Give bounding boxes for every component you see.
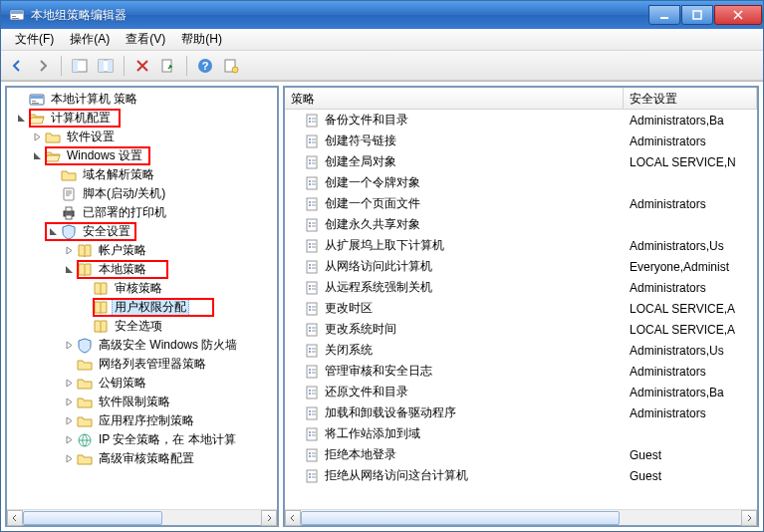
- list-item[interactable]: 关闭系统Administrators,Us: [285, 340, 757, 361]
- collapse-icon[interactable]: [63, 264, 75, 276]
- tree-item-windows_settings[interactable]: Windows 设置: [7, 146, 277, 165]
- list-item[interactable]: 创建全局对象LOCAL SERVICE,N: [285, 151, 757, 172]
- scroll-right-button[interactable]: [261, 510, 277, 526]
- menu-file[interactable]: 文件(F): [7, 29, 62, 50]
- export-list-button[interactable]: [156, 54, 180, 78]
- maximize-button[interactable]: [681, 5, 713, 25]
- list-item[interactable]: 拒绝本地登录Guest: [285, 444, 757, 465]
- policy-name: 创建符号链接: [325, 133, 396, 149]
- list-item[interactable]: 从远程系统强制关机Administrators: [285, 277, 757, 298]
- column-header-security[interactable]: 安全设置: [624, 88, 757, 109]
- minimize-button[interactable]: [648, 5, 680, 25]
- tree-item-network_list[interactable]: 网络列表管理器策略: [7, 355, 277, 374]
- tree-item-scripts[interactable]: 脚本(启动/关机): [7, 184, 277, 203]
- list-hscrollbar[interactable]: [285, 509, 757, 525]
- collapse-icon[interactable]: [31, 150, 43, 162]
- list-item[interactable]: 加载和卸载设备驱动程序Administrators: [285, 402, 757, 423]
- tree-item-security_options[interactable]: 安全选项: [7, 317, 277, 336]
- policy-name: 加载和卸载设备驱动程序: [325, 404, 456, 421]
- policy-name: 从扩展坞上取下计算机: [325, 237, 444, 254]
- tree-item-account_policies[interactable]: 帐户策略: [7, 241, 277, 260]
- menu-view[interactable]: 查看(V): [118, 29, 173, 50]
- list-header: 策略 安全设置: [285, 88, 757, 110]
- properties-button[interactable]: [219, 54, 243, 78]
- expand-icon[interactable]: [63, 378, 75, 390]
- list-item[interactable]: 将工作站添加到域: [285, 423, 757, 444]
- policy-icon: [305, 217, 321, 233]
- list-item[interactable]: 更改系统时间LOCAL SERVICE,A: [285, 319, 757, 340]
- tree-item-security_settings[interactable]: 安全设置: [7, 222, 277, 241]
- back-button[interactable]: [5, 54, 29, 78]
- expand-icon[interactable]: [63, 340, 75, 352]
- tree-item-audit_policy[interactable]: 审核策略: [7, 279, 277, 298]
- scroll-thumb[interactable]: [23, 511, 162, 525]
- tree-item-user_rights[interactable]: 用户权限分配: [7, 298, 277, 317]
- help-button[interactable]: [193, 54, 217, 78]
- expand-spacer: [63, 359, 75, 371]
- tree-item-software_restriction[interactable]: 软件限制策略: [7, 393, 277, 411]
- list-body[interactable]: 备份文件和目录Administrators,Ba创建符号链接Administra…: [285, 110, 757, 509]
- tree-item-dns_policy[interactable]: 域名解析策略: [7, 165, 277, 184]
- list-item[interactable]: 备份文件和目录Administrators,Ba: [285, 110, 757, 131]
- tree-item-advanced_audit[interactable]: 高级审核策略配置: [7, 449, 277, 468]
- show-hide-action-pane-button[interactable]: [94, 54, 118, 78]
- collapse-icon[interactable]: [47, 226, 59, 238]
- delete-button[interactable]: [130, 54, 154, 78]
- list-item[interactable]: 更改时区LOCAL SERVICE,A: [285, 298, 757, 319]
- scroll-left-button[interactable]: [285, 510, 301, 526]
- shield-icon: [61, 224, 77, 240]
- mmc-icon: [29, 92, 45, 108]
- book-icon: [77, 243, 93, 259]
- separator: [186, 56, 187, 76]
- list-item[interactable]: 还原文件和目录Administrators,Ba: [285, 382, 757, 402]
- scroll-track[interactable]: [301, 510, 741, 526]
- close-button[interactable]: [714, 5, 762, 25]
- list-item[interactable]: 拒绝从网络访问这台计算机Guest: [285, 465, 757, 486]
- scroll-thumb[interactable]: [301, 511, 620, 525]
- expand-icon[interactable]: [63, 434, 75, 446]
- expand-icon[interactable]: [31, 132, 43, 143]
- menu-help[interactable]: 帮助(H): [173, 29, 230, 50]
- list-item[interactable]: 创建符号链接Administrators: [285, 131, 757, 151]
- tree-item-computer_config[interactable]: 计算机配置: [7, 109, 277, 128]
- tree-item-label: 帐户策略: [96, 241, 149, 260]
- tree-item-app_control[interactable]: 应用程序控制策略: [7, 411, 277, 430]
- list-item[interactable]: 从扩展坞上取下计算机Administrators,Us: [285, 235, 757, 256]
- expand-icon[interactable]: [63, 397, 75, 408]
- tree-item-root[interactable]: 本地计算机 策略: [7, 90, 277, 109]
- scroll-right-button[interactable]: [741, 510, 757, 526]
- app-icon: [9, 7, 25, 23]
- titlebar: 本地组策略编辑器: [1, 1, 763, 29]
- tree-item-printers[interactable]: 已部署的打印机: [7, 203, 277, 222]
- tree-item-public_key[interactable]: 公钥策略: [7, 374, 277, 393]
- collapse-icon[interactable]: [15, 113, 27, 125]
- security-setting: Administrators,Ba: [624, 114, 757, 128]
- list-item[interactable]: 从网络访问此计算机Everyone,Administ: [285, 256, 757, 277]
- scroll-left-button[interactable]: [7, 510, 23, 526]
- policy-name: 创建全局对象: [325, 153, 396, 170]
- expand-spacer: [47, 188, 59, 200]
- list-item[interactable]: 管理审核和安全日志Administrators: [285, 361, 757, 382]
- tree-item-local_policies[interactable]: 本地策略: [7, 260, 277, 279]
- show-hide-tree-button[interactable]: [68, 54, 92, 78]
- tree[interactable]: 本地计算机 策略计算机配置软件设置Windows 设置域名解析策略脚本(启动/关…: [7, 88, 277, 509]
- security-setting: Administrators: [624, 365, 757, 379]
- policy-icon: [305, 322, 321, 338]
- list-item[interactable]: 创建一个页面文件Administrators: [285, 193, 757, 214]
- expand-icon[interactable]: [63, 245, 75, 257]
- scroll-track[interactable]: [23, 510, 261, 526]
- tree-item-label: 软件设置: [64, 128, 118, 146]
- printer-icon: [61, 205, 77, 221]
- menu-action[interactable]: 操作(A): [62, 29, 118, 50]
- tree-item-firewall[interactable]: 高级安全 Windows 防火墙: [7, 336, 277, 355]
- expand-icon[interactable]: [63, 453, 75, 465]
- tree-item-ip_security[interactable]: IP 安全策略，在 本地计算: [7, 430, 277, 449]
- tree-item-software_settings[interactable]: 软件设置: [7, 128, 277, 146]
- forward-button[interactable]: [31, 54, 55, 78]
- list-item[interactable]: 创建一个令牌对象: [285, 172, 757, 193]
- column-header-policy[interactable]: 策略: [285, 88, 624, 109]
- list-item[interactable]: 创建永久共享对象: [285, 214, 757, 235]
- policy-name: 更改时区: [325, 300, 373, 317]
- tree-hscrollbar[interactable]: [7, 509, 277, 525]
- expand-icon[interactable]: [63, 415, 75, 427]
